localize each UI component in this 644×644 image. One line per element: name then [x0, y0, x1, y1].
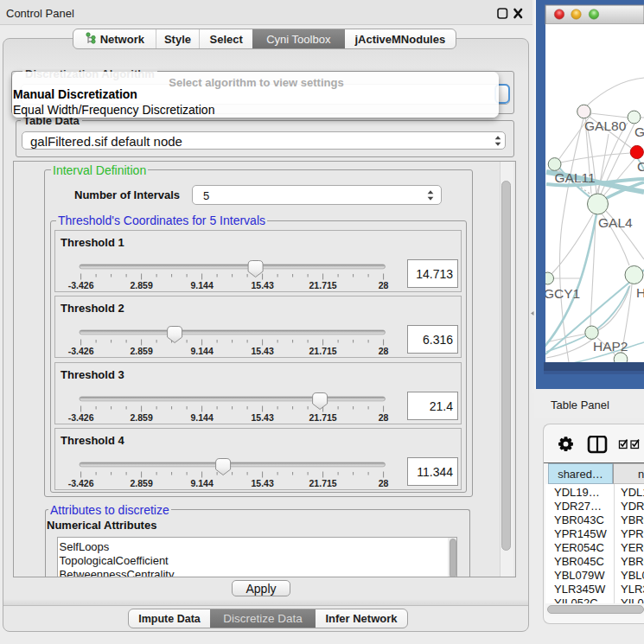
- svg-text:-3.426: -3.426: [68, 280, 94, 290]
- svg-text:28: 28: [379, 478, 389, 488]
- svg-text:21.715: 21.715: [309, 346, 337, 356]
- svg-text:-3.426: -3.426: [68, 412, 94, 423]
- svg-text:GCY1: GCY1: [544, 286, 580, 301]
- svg-text:2.859: 2.859: [130, 412, 152, 423]
- svg-text:15.43: 15.43: [251, 412, 273, 423]
- svg-text:G.: G.: [634, 124, 644, 139]
- svg-text:15.43: 15.43: [251, 478, 273, 488]
- svg-text:2.859: 2.859: [130, 478, 152, 488]
- svg-text:21.715: 21.715: [309, 280, 337, 290]
- svg-text:-3.426: -3.426: [68, 346, 94, 356]
- svg-text:HAP2: HAP2: [593, 339, 628, 354]
- svg-text:28: 28: [379, 280, 389, 290]
- svg-text:GAL4: GAL4: [598, 215, 633, 230]
- svg-text:2.859: 2.859: [130, 346, 152, 356]
- svg-text:15.43: 15.43: [251, 280, 273, 290]
- svg-text:9.144: 9.144: [190, 478, 213, 488]
- svg-text:C: C: [637, 159, 644, 174]
- svg-text:GAL80: GAL80: [584, 118, 627, 133]
- svg-text:H: H: [636, 285, 644, 300]
- svg-text:9.144: 9.144: [190, 412, 213, 423]
- svg-text:9.144: 9.144: [190, 280, 213, 290]
- svg-text:9.144: 9.144: [190, 346, 213, 356]
- svg-text:2.859: 2.859: [130, 280, 152, 290]
- svg-text:28: 28: [379, 412, 389, 423]
- svg-text:28: 28: [379, 346, 389, 356]
- svg-text:15.43: 15.43: [251, 346, 273, 356]
- svg-text:21.715: 21.715: [309, 478, 337, 488]
- svg-text:GAL11: GAL11: [555, 170, 596, 185]
- svg-text:21.715: 21.715: [309, 412, 337, 423]
- svg-text:-3.426: -3.426: [68, 478, 94, 488]
